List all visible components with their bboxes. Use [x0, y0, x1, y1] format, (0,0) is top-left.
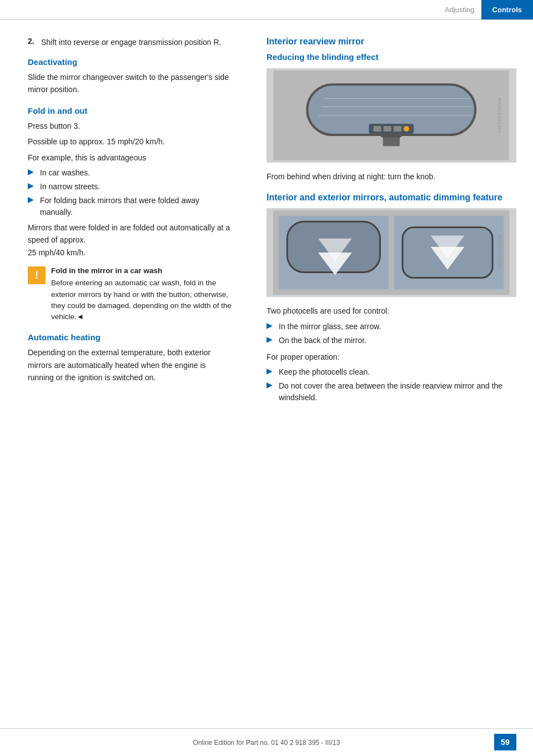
mirror-svg-2	[273, 210, 510, 295]
photocells-bullets: ▶ In the mirror glass, see arrow. ▶ On t…	[266, 321, 516, 346]
footer-text: Online Edition for Part no. 01 40 2 918 …	[193, 739, 340, 747]
proper-op-bullets: ▶ Keep the photocells clean. ▶ Do not co…	[266, 366, 516, 404]
svg-rect-10	[384, 126, 391, 132]
fold-line2: Possible up to approx. 15 mph/20 km/h.	[28, 135, 233, 148]
left-column: 2. Shift into reverse or engage transmis…	[0, 37, 255, 407]
page-footer: Online Edition for Part no. 01 40 2 918 …	[0, 728, 533, 756]
page-number: 59	[494, 734, 516, 750]
mirror-image-2: MX0C374CMA	[266, 208, 516, 297]
bullet-arrow-icon: ▶	[266, 367, 279, 375]
photocells-intro: Two photocells are used for control:	[266, 305, 516, 317]
automatic-heating-section: Automatic heating Depending on the exter…	[28, 332, 233, 384]
deactivating-section: Deactivating Slide the mirror changeover…	[28, 57, 233, 96]
interior-mirror-heading: Interior rearview mirror	[266, 37, 516, 47]
list-item: ▶ Keep the photocells clean.	[266, 366, 516, 378]
auto-dimming-section: Interior and exterior mirrors, automatic…	[266, 193, 516, 203]
mirror-svg-1	[273, 70, 510, 160]
reducing-blinding-heading: Reducing the blinding effect	[266, 52, 516, 62]
right-column: Interior rearview mirror Reducing the bl…	[255, 37, 533, 407]
list-item: ▶ For folding back mirrors that were fol…	[28, 195, 233, 218]
proper-op-bullet-1: Keep the photocells clean.	[279, 366, 370, 378]
image-label-2: MX0C374CMA	[496, 235, 502, 271]
reducing-blinding-text: From behind when driving at night: turn …	[266, 170, 516, 183]
list-item: ▶ In car washes.	[28, 167, 233, 179]
proper-op-intro: For proper operation:	[266, 351, 516, 363]
automatic-heating-heading: Automatic heating	[28, 332, 233, 342]
fold-bullets: ▶ In car washes. ▶ In narrow streets. ▶ …	[28, 167, 233, 218]
step-number: 2.	[28, 37, 41, 48]
photocell-bullet-1: In the mirror glass, see arrow.	[279, 321, 381, 332]
photocell-bullet-2: On the back of the mirror.	[279, 335, 366, 346]
svg-rect-9	[374, 126, 381, 132]
warning-content: Fold in the mirror in a car wash Before …	[51, 265, 233, 322]
deactivating-heading: Deactivating	[28, 57, 233, 67]
header-controls-label: Controls	[481, 0, 533, 19]
page-header: Adjusting Controls	[0, 0, 533, 20]
bullet-text-2: In narrow streets.	[40, 181, 100, 193]
list-item: ▶ In the mirror glass, see arrow.	[266, 321, 516, 332]
bullet-arrow-icon: ▶	[266, 335, 279, 344]
bullet-arrow-icon: ▶	[266, 381, 279, 389]
step-2-text: Shift into reverse or engage transmissio…	[41, 37, 222, 48]
bullet-arrow-icon: ▶	[28, 168, 40, 176]
fold-line1: Press button 3.	[28, 120, 233, 132]
fold-line3: For example, this is advantageous	[28, 152, 233, 164]
automatic-heating-text: Depending on the external temperature, b…	[28, 346, 233, 384]
warning-body: Before entering an automatic car wash, f…	[51, 279, 232, 321]
mirror-auto-text: Mirrors that were folded in are folded o…	[28, 221, 233, 259]
auto-dimming-heading: Interior and exterior mirrors, automatic…	[266, 193, 516, 203]
svg-rect-11	[394, 126, 401, 132]
bullet-arrow-icon: ▶	[28, 182, 40, 190]
bullet-arrow-icon: ▶	[28, 195, 40, 204]
warning-box: ! Fold in the mirror in a car wash Befor…	[28, 265, 233, 322]
list-item: ▶ On the back of the mirror.	[266, 335, 516, 346]
fold-in-out-section: Fold in and out Press button 3. Possible…	[28, 106, 233, 323]
list-item: ▶ In narrow streets.	[28, 181, 233, 193]
warning-title: Fold in the mirror in a car wash	[51, 265, 233, 276]
svg-rect-12	[404, 126, 409, 132]
bullet-text-3: For folding back mirrors that were folde…	[40, 195, 233, 218]
main-content: 2. Shift into reverse or engage transmis…	[0, 20, 533, 440]
proper-op-bullet-2: Do not cover the area between the inside…	[279, 380, 516, 404]
header-adjusting-label: Adjusting	[438, 0, 481, 19]
step-2: 2. Shift into reverse or engage transmis…	[28, 37, 233, 48]
bullet-text-1: In car washes.	[40, 167, 90, 179]
fold-in-out-heading: Fold in and out	[28, 106, 233, 115]
bullet-arrow-icon: ▶	[266, 321, 279, 330]
mirror-image-1: MX0C930CMA	[266, 68, 516, 163]
list-item: ▶ Do not cover the area between the insi…	[266, 380, 516, 404]
deactivating-text: Slide the mirror changeover switch to th…	[28, 71, 233, 96]
image-label-1: MX0C930CMA	[496, 97, 502, 133]
warning-icon: !	[28, 266, 46, 284]
